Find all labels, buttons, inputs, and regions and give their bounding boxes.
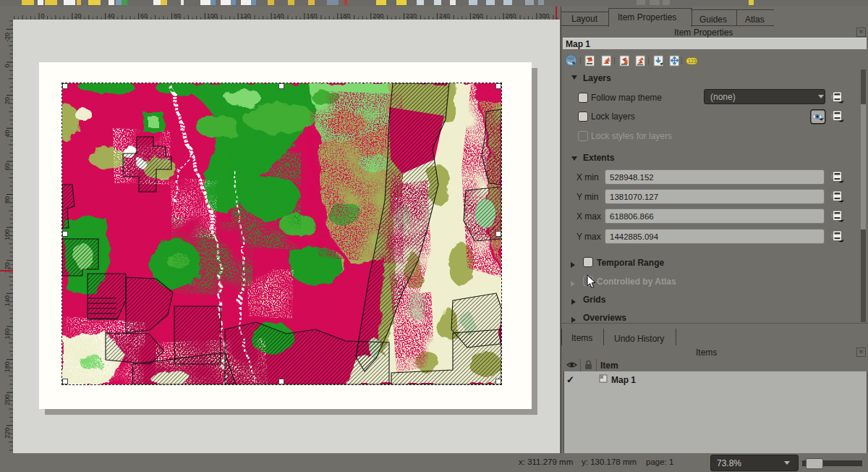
svg-text:280: 280 xyxy=(506,12,516,20)
svg-text:20: 20 xyxy=(4,97,11,104)
svg-text:80: 80 xyxy=(4,196,11,203)
svg-text:220: 220 xyxy=(4,427,11,438)
svg-text:0: 0 xyxy=(41,12,45,20)
svg-text:120: 120 xyxy=(240,12,251,20)
svg-text:220: 220 xyxy=(406,12,417,20)
svg-text:180: 180 xyxy=(339,12,350,20)
svg-text:120: 120 xyxy=(4,262,11,273)
svg-text:40: 40 xyxy=(4,130,11,138)
svg-text:60: 60 xyxy=(4,163,11,170)
svg-text:140: 140 xyxy=(4,295,11,306)
svg-text:123: 123 xyxy=(688,59,697,64)
svg-text:300: 300 xyxy=(539,12,550,20)
svg-text:200: 200 xyxy=(373,12,383,20)
svg-text:100: 100 xyxy=(4,229,11,240)
svg-text:0: 0 xyxy=(4,64,11,67)
svg-text:200: 200 xyxy=(4,395,11,405)
svg-text:240: 240 xyxy=(439,12,450,20)
svg-text:260: 260 xyxy=(472,12,483,20)
svg-text:160: 160 xyxy=(4,329,11,340)
svg-text:140: 140 xyxy=(273,12,284,20)
svg-text:180: 180 xyxy=(4,361,11,372)
svg-text:160: 160 xyxy=(306,12,317,20)
svg-text:100: 100 xyxy=(207,12,218,20)
